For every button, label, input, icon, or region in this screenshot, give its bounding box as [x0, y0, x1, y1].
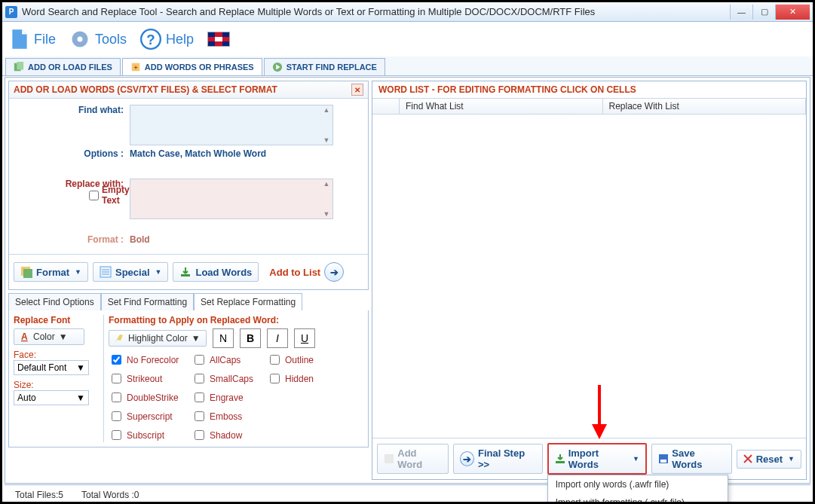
reset-dropdown[interactable]: Reset▼: [737, 450, 801, 469]
workspace: ADD OR LOAD WORDS (CSV/TXT FILES) & SELE…: [5, 77, 810, 484]
word-list-panel: WORD LIST - FOR EDITING FORMATTING CLICK…: [372, 81, 807, 480]
menu-tools[interactable]: Tools: [69, 29, 127, 50]
superscript-checkbox[interactable]: Superscript: [109, 409, 191, 423]
form-toolbar: Format▼ Special▼ Load Words Add to List …: [9, 254, 368, 289]
highlight-color-dropdown[interactable]: Highlight Color▼: [109, 330, 207, 347]
menu-file[interactable]: File: [10, 28, 56, 50]
add-icon: [384, 454, 394, 464]
font-color-icon: A: [19, 331, 29, 342]
save-words-button[interactable]: Save Words: [651, 444, 732, 474]
special-icon: [100, 266, 112, 278]
minimize-button[interactable]: —: [730, 5, 752, 20]
options-label: Options :: [17, 148, 130, 159]
menu-help[interactable]: ? Help: [140, 29, 194, 50]
strikeout-checkbox[interactable]: Strikeout: [109, 371, 191, 386]
arrow-right-icon: ➔: [460, 451, 474, 466]
word-list-toolbar: Add Word ➔ Final Step >> Import Words▼ I…: [372, 438, 806, 479]
main-menu: File Tools ? Help: [2, 22, 813, 57]
outline-checkbox[interactable]: Outline: [267, 353, 335, 367]
find-what-input[interactable]: [130, 105, 333, 145]
window-title: Word Search and Replace Tool - Search an…: [22, 6, 595, 17]
normal-button[interactable]: N: [213, 328, 234, 348]
face-select[interactable]: Default Font▼: [14, 360, 89, 375]
tab-add-words[interactable]: + ADD WORDS OR PHRASES: [122, 58, 262, 75]
svg-rect-20: [660, 460, 666, 463]
doublestrike-checkbox[interactable]: DoubleStrike: [109, 390, 191, 405]
size-select[interactable]: Auto▼: [14, 390, 89, 405]
svg-point-1: [78, 37, 83, 42]
primary-tabs: ADD OR LOAD FILES + ADD WORDS OR PHRASES…: [2, 57, 813, 76]
svg-rect-17: [385, 454, 394, 463]
svg-rect-5: [17, 62, 23, 70]
add-to-list-button[interactable]: Add to List ➔: [263, 259, 350, 285]
emboss-checkbox[interactable]: Emboss: [191, 409, 267, 423]
save-icon: [658, 454, 668, 464]
import-words-menu: Import only words (.awfr file) Import wi…: [547, 475, 728, 504]
allcaps-checkbox[interactable]: AllCaps: [191, 353, 267, 367]
load-words-button[interactable]: Load Words: [173, 262, 259, 282]
final-step-button[interactable]: ➔ Final Step >>: [453, 444, 543, 474]
empty-text-checkbox[interactable]: Empty Text: [89, 185, 130, 206]
replace-font-column: Replace Font A Color ▼ Face: Default Fon…: [14, 315, 104, 442]
word-list-header: WORD LIST - FOR EDITING FORMATTING CLICK…: [372, 81, 806, 99]
col-find-what[interactable]: Find What List: [400, 99, 603, 114]
arrow-right-icon: ➔: [324, 262, 344, 282]
help-icon: ?: [140, 29, 161, 50]
italic-button[interactable]: I: [267, 328, 288, 348]
load-icon: [179, 266, 191, 278]
play-icon: [272, 62, 283, 72]
size-label: Size:: [14, 380, 99, 390]
panel-close-icon[interactable]: ✕: [351, 84, 363, 96]
highlight-icon: [114, 333, 124, 344]
tab-start-find-replace[interactable]: START FIND REPLACE: [264, 58, 385, 75]
format-apply-column: Formatting to Apply on Replaced Word: Hi…: [109, 315, 363, 442]
format-dropdown[interactable]: Format▼: [14, 262, 88, 282]
engrave-checkbox[interactable]: Engrave: [191, 390, 267, 405]
subtab-find-formatting[interactable]: Set Find Formatting: [101, 293, 194, 310]
col-replace-with[interactable]: Replace With List: [603, 99, 807, 114]
subscript-checkbox[interactable]: Subscript: [109, 428, 191, 442]
svg-text:?: ?: [146, 32, 155, 47]
titlebar: P Word Search and Replace Tool - Search …: [2, 2, 813, 22]
format-icon: [20, 266, 32, 278]
face-label: Face:: [14, 350, 99, 360]
close-button[interactable]: ✕: [775, 5, 810, 20]
files-icon: [14, 62, 24, 72]
file-icon: [10, 28, 29, 50]
reset-icon: [743, 454, 752, 463]
gear-icon: [69, 29, 90, 50]
import-icon: [555, 454, 565, 464]
word-list-columns: Find What List Replace With List: [372, 99, 806, 115]
language-flag-uk[interactable]: [207, 32, 230, 47]
bold-button[interactable]: B: [240, 328, 261, 348]
no-forecolor-checkbox[interactable]: No Forecolor: [109, 353, 191, 367]
left-pane: ADD OR LOAD WORDS (CSV/TXT FILES) & SELE…: [8, 81, 369, 480]
add-load-words-panel: ADD OR LOAD WORDS (CSV/TXT FILES) & SELE…: [8, 81, 369, 290]
underline-button[interactable]: U: [294, 328, 315, 348]
find-what-label: Find what:: [17, 105, 130, 115]
smallcaps-checkbox[interactable]: SmallCaps: [191, 371, 267, 386]
add-word-button[interactable]: Add Word: [377, 444, 449, 474]
import-only-words-item[interactable]: Import only words (.awfr file): [548, 475, 728, 493]
shadow-checkbox[interactable]: Shadow: [191, 428, 267, 442]
format-value: Bold: [130, 234, 150, 245]
status-total-files: Total Files:5: [15, 490, 63, 500]
svg-text:+: +: [133, 64, 137, 72]
hidden-checkbox[interactable]: Hidden: [267, 371, 335, 386]
replace-with-input[interactable]: [130, 179, 333, 219]
subtab-replace-formatting[interactable]: Set Replace Formatting: [194, 293, 302, 310]
maximize-button[interactable]: ▢: [752, 5, 775, 20]
font-color-dropdown[interactable]: A Color ▼: [14, 328, 84, 345]
status-total-words: Total Words :0: [81, 490, 139, 500]
panel-header: ADD OR LOAD WORDS (CSV/TXT FILES) & SELE…: [9, 81, 368, 99]
svg-rect-15: [181, 274, 190, 276]
word-list-body[interactable]: [372, 115, 806, 438]
svg-rect-18: [556, 461, 565, 463]
formatting-tabs-panel: Select Find Options Set Find Formatting …: [8, 293, 369, 447]
tab-add-load-files[interactable]: ADD OR LOAD FILES: [5, 58, 121, 75]
special-dropdown[interactable]: Special▼: [93, 262, 168, 282]
subtab-find-options[interactable]: Select Find Options: [8, 293, 101, 310]
import-words-dropdown[interactable]: Import Words▼: [547, 443, 647, 475]
app-icon: P: [5, 6, 17, 18]
add-words-icon: +: [130, 62, 141, 72]
